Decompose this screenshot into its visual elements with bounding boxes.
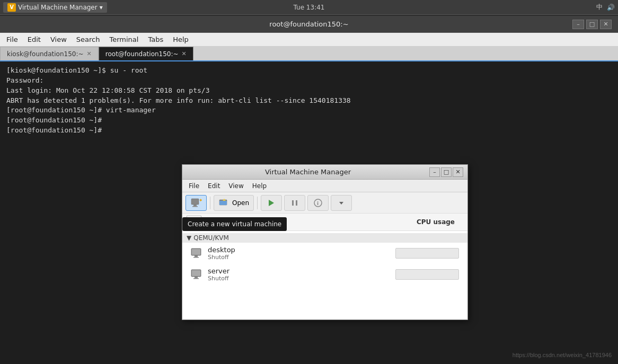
vmm-title: Virtual Machine Manager — [187, 168, 429, 176]
vmm-menu-help[interactable]: Help — [248, 181, 271, 191]
taskbar-app-label: Virtual Machine Manager — [18, 4, 98, 11]
vm-desktop-status: Shutoff — [208, 254, 391, 261]
tab-kiosk-close[interactable]: ✕ — [87, 50, 92, 57]
run-icon — [266, 197, 277, 209]
vmm-menu-file[interactable]: File — [184, 181, 204, 191]
taskbar: V Virtual Machine Manager ▾ Tue 13:41 中 … — [0, 0, 618, 15]
time-label: Tue 13:41 — [294, 4, 325, 11]
vmm-maximize-button[interactable]: □ — [441, 167, 452, 177]
run-button[interactable] — [261, 195, 282, 211]
vm-server-info: server Shutoff — [208, 267, 391, 282]
menu-help[interactable]: Help — [169, 34, 193, 45]
terminal-title: root@foundation150:~ — [269, 20, 348, 28]
taskbar-left: V Virtual Machine Manager ▾ — [3, 2, 107, 13]
svg-text:✦: ✦ — [199, 198, 202, 203]
vmm-minimize-button[interactable]: – — [429, 167, 440, 177]
term-line-4: ABRT has detected 1 problem(s). For more… — [6, 96, 612, 106]
network-icon: 中 — [596, 3, 603, 12]
vm-server-name: server — [208, 267, 391, 275]
dropdown-button[interactable] — [331, 195, 352, 211]
info-button[interactable]: i — [307, 195, 329, 211]
filter-wrapper: ▾ — [187, 216, 201, 228]
svg-rect-15 — [195, 255, 198, 257]
menu-terminal[interactable]: Terminal — [105, 34, 143, 45]
vmm-header-row: ▾ CPU usage — [182, 214, 467, 231]
terminal-menubar: File Edit View Search Terminal Tabs Help — [0, 33, 618, 47]
tab-root-close[interactable]: ✕ — [182, 50, 187, 57]
svg-rect-2 — [192, 206, 198, 207]
vmm-menu-view[interactable]: View — [224, 181, 248, 191]
vm-taskbar-icon: V — [7, 3, 16, 12]
svg-marker-12 — [339, 202, 343, 205]
menu-search[interactable]: Search — [72, 34, 104, 45]
term-line-5: [root@foundation150 ~]# virt-manager — [6, 105, 612, 116]
tab-kiosk[interactable]: kiosk@foundation150:~ ✕ — [0, 47, 99, 60]
vm-desktop-name: desktop — [208, 246, 391, 254]
vm-row-server[interactable]: server Shutoff — [182, 264, 467, 285]
toolbar-separator-2 — [257, 197, 258, 209]
vmm-titlebar: Virtual Machine Manager – □ ✕ — [182, 165, 467, 180]
menu-file[interactable]: File — [2, 34, 22, 45]
svg-rect-20 — [193, 278, 199, 279]
terminal-minimize-button[interactable]: – — [572, 20, 584, 29]
group-label: QEMU/KVM — [193, 234, 229, 242]
svg-text:i: i — [317, 201, 319, 206]
filter-dropdown[interactable] — [187, 216, 201, 228]
svg-rect-9 — [296, 200, 297, 206]
terminal-titlebar: root@foundation150:~ – □ ✕ — [0, 16, 618, 33]
taskbar-app-vmm[interactable]: V Virtual Machine Manager ▾ — [3, 2, 107, 13]
toolbar-separator-1 — [210, 197, 210, 209]
new-vm-icon: ✦ — [190, 197, 202, 209]
group-header-qemu: ▼ QEMU/KVM — [182, 233, 467, 243]
svg-marker-7 — [269, 200, 274, 206]
svg-rect-14 — [192, 249, 200, 255]
vm-server-status: Shutoff — [208, 275, 391, 282]
vm-server-icon — [191, 269, 204, 280]
new-vm-button[interactable]: ✦ — [186, 195, 207, 211]
tab-root-label: root@foundation150:~ — [105, 50, 179, 58]
vmm-close-button[interactable]: ✕ — [453, 167, 463, 177]
watermark: https://blog.csdn.net/weixin_41781946 — [513, 351, 612, 360]
cpu-usage-header: CPU usage — [417, 218, 463, 226]
volume-icon: 🔊 — [607, 4, 615, 11]
taskbar-dropdown-arrow[interactable]: ▾ — [100, 4, 103, 11]
vmm-group-qemu: ▼ QEMU/KVM desktop Shutoff — [182, 231, 467, 287]
taskbar-time: Tue 13:41 — [294, 4, 325, 11]
vmm-toolbar: ✦ Create a new virtual machine Open — [182, 192, 467, 214]
menu-tabs[interactable]: Tabs — [144, 34, 167, 45]
svg-rect-16 — [193, 257, 199, 258]
vmm-dialog: Virtual Machine Manager – □ ✕ File Edit … — [182, 164, 468, 320]
vmm-menubar: File Edit View Help — [182, 180, 467, 192]
svg-rect-0 — [191, 199, 199, 205]
pause-button[interactable] — [284, 195, 305, 211]
open-icon — [218, 197, 230, 209]
vm-row-desktop[interactable]: desktop Shutoff — [182, 243, 467, 264]
vmm-controls-right: – □ ✕ — [429, 167, 463, 177]
taskbar-right: 中 🔊 — [596, 3, 615, 12]
term-line-1: [kiosk@foundation150 ~]$ su - root — [6, 66, 612, 76]
vm-desktop-icon — [191, 248, 204, 259]
term-line-2: Password: — [6, 76, 612, 86]
term-line-6: [root@foundation150 ~]# — [6, 116, 612, 126]
terminal-maximize-button[interactable]: □ — [586, 20, 598, 29]
terminal-close-button[interactable]: ✕ — [600, 20, 612, 29]
open-label: Open — [232, 199, 249, 207]
svg-rect-18 — [192, 270, 200, 276]
tabs-bar: kiosk@foundation150:~ ✕ root@foundation1… — [0, 47, 618, 61]
vmm-menu-edit[interactable]: Edit — [204, 181, 224, 191]
term-line-3: Last login: Mon Oct 22 12:08:58 CST 2018… — [6, 86, 612, 96]
terminal-controls: – □ ✕ — [572, 20, 612, 29]
svg-rect-8 — [292, 200, 294, 206]
open-button[interactable]: Open — [214, 195, 254, 211]
info-icon: i — [312, 197, 324, 209]
tab-root[interactable]: root@foundation150:~ ✕ — [99, 47, 193, 60]
new-vm-button-wrapper: ✦ Create a new virtual machine — [186, 195, 207, 211]
menu-edit[interactable]: Edit — [23, 34, 45, 45]
svg-rect-19 — [195, 277, 198, 278]
pause-icon — [289, 197, 301, 209]
group-arrow-icon: ▼ — [187, 234, 191, 242]
menu-view[interactable]: View — [46, 34, 71, 45]
tab-kiosk-label: kiosk@foundation150:~ — [7, 50, 84, 58]
vm-desktop-cpu-bar — [395, 248, 459, 259]
vm-desktop-info: desktop Shutoff — [208, 246, 391, 261]
